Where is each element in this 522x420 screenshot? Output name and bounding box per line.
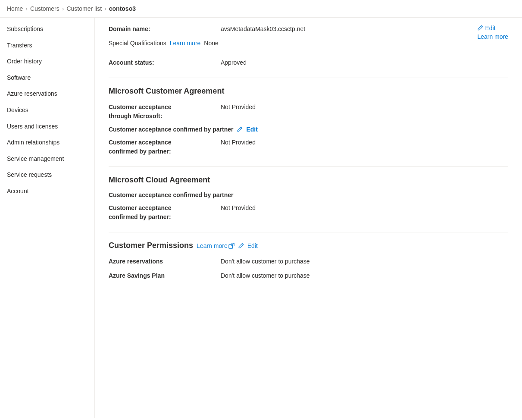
mca-confirmed-header: Customer acceptance confirmed by partner… — [109, 126, 508, 133]
azure-reservations-value: Don't allow customer to purchase — [221, 257, 310, 266]
special-qual-value: None — [204, 39, 290, 48]
sidebar-item-service-requests[interactable]: Service requests — [0, 167, 94, 183]
azure-savings-label: Azure Savings Plan — [109, 271, 221, 280]
pencil-icon-permissions — [238, 243, 244, 249]
divider-2 — [109, 166, 508, 167]
cloud-confirmed-label: Customer acceptanceconfirmed by partner: — [109, 204, 221, 222]
sidebar-item-azure-reservations[interactable]: Azure reservations — [0, 86, 94, 102]
permissions-edit-label: Edit — [247, 242, 258, 249]
cloud-section: Microsoft Cloud Agreement Customer accep… — [109, 176, 508, 222]
breadcrumb-sep-3: › — [104, 5, 106, 12]
mca-confirmed-row: Customer acceptanceconfirmed by partner:… — [109, 138, 508, 156]
mca-edit-link[interactable]: Edit — [246, 126, 257, 133]
mca-confirmed-label: Customer acceptanceconfirmed by partner: — [109, 138, 221, 156]
breadcrumb-sep-2: › — [62, 5, 64, 12]
sidebar: Subscriptions Transfers Order history So… — [0, 18, 95, 418]
azure-savings-row: Azure Savings Plan Don't allow customer … — [109, 271, 508, 280]
domain-name-label: Domain name: — [109, 25, 221, 34]
account-status-row: Account status: Approved — [109, 58, 508, 67]
sidebar-item-subscriptions[interactable]: Subscriptions — [0, 21, 94, 38]
external-link-icon — [228, 243, 234, 249]
sidebar-item-order-history[interactable]: Order history — [0, 53, 94, 70]
breadcrumb-customer-list[interactable]: Customer list — [66, 5, 102, 12]
permissions-edit-link[interactable]: Edit — [247, 242, 258, 249]
divider-1 — [109, 78, 508, 78]
domain-section: Domain name: avsMetadataMask03.ccsctp.ne… — [109, 25, 508, 67]
mca-confirmed-title: Customer acceptance confirmed by partner — [109, 126, 233, 133]
breadcrumb-sep-1: › — [25, 5, 28, 12]
account-status-label: Account status: — [109, 58, 221, 67]
mca-acceptance-label: Customer acceptancethrough Microsoft: — [109, 103, 221, 121]
permissions-learn-link[interactable]: Learn more — [197, 242, 234, 249]
cloud-confirmed-row: Customer acceptanceconfirmed by partner:… — [109, 204, 508, 222]
pencil-icon-mca — [237, 126, 243, 132]
pencil-icon-top — [477, 25, 483, 31]
special-qual-row: Special Qualifications Learn more None — [109, 39, 470, 48]
top-edit-label: Edit — [485, 25, 495, 31]
sidebar-item-account[interactable]: Account — [0, 183, 94, 200]
permissions-title: Customer Permissions — [109, 241, 193, 250]
cloud-confirmed-value: Not Provided — [221, 204, 256, 213]
mca-section: Microsoft Customer Agreement Customer ac… — [109, 87, 508, 156]
azure-savings-value: Don't allow customer to purchase — [221, 271, 310, 280]
cloud-confirmed-header: Customer acceptance confirmed by partner — [109, 191, 508, 198]
account-status-value: Approved — [221, 58, 247, 67]
domain-name-row: Domain name: avsMetadataMask03.ccsctp.ne… — [109, 25, 470, 34]
sidebar-item-transfers[interactable]: Transfers — [0, 38, 94, 54]
sidebar-item-service-management[interactable]: Service management — [0, 151, 94, 167]
breadcrumb-home[interactable]: Home — [7, 5, 23, 12]
divider-3 — [109, 232, 508, 232]
domain-name-value: avsMetadataMask03.ccsctp.net — [221, 25, 305, 34]
sidebar-item-software[interactable]: Software — [0, 70, 94, 86]
top-edit-block: Edit Learn more — [477, 25, 508, 40]
top-edit-link[interactable]: Edit — [477, 25, 495, 31]
special-qual-learn-link[interactable]: Learn more — [170, 40, 201, 47]
breadcrumb: Home › Customers › Customer list › conto… — [0, 0, 522, 18]
sidebar-item-admin-relationships[interactable]: Admin relationships — [0, 135, 94, 151]
permissions-learn-label: Learn more — [197, 242, 228, 249]
breadcrumb-current: contoso3 — [109, 5, 136, 12]
mca-edit-label: Edit — [246, 126, 257, 133]
cloud-confirmed-title: Customer acceptance confirmed by partner — [109, 191, 233, 198]
azure-reservations-label: Azure reservations — [109, 257, 221, 266]
permissions-section: Customer Permissions Learn more — [109, 241, 508, 280]
mca-confirmed-value: Not Provided — [221, 138, 256, 147]
azure-reservations-row: Azure reservations Don't allow customer … — [109, 257, 508, 266]
mca-acceptance-row: Customer acceptancethrough Microsoft: No… — [109, 103, 508, 121]
special-qual-label: Special Qualifications Learn more — [109, 39, 204, 48]
permissions-header: Customer Permissions Learn more — [109, 241, 508, 250]
main-content: Domain name: avsMetadataMask03.ccsctp.ne… — [95, 18, 522, 418]
mca-section-title: Microsoft Customer Agreement — [109, 87, 508, 96]
cloud-section-title: Microsoft Cloud Agreement — [109, 176, 508, 185]
breadcrumb-customers[interactable]: Customers — [30, 5, 59, 12]
sidebar-item-devices[interactable]: Devices — [0, 102, 94, 119]
top-learn-more-link[interactable]: Learn more — [477, 33, 508, 40]
mca-acceptance-value: Not Provided — [221, 103, 256, 112]
sidebar-item-users-licenses[interactable]: Users and licenses — [0, 119, 94, 135]
